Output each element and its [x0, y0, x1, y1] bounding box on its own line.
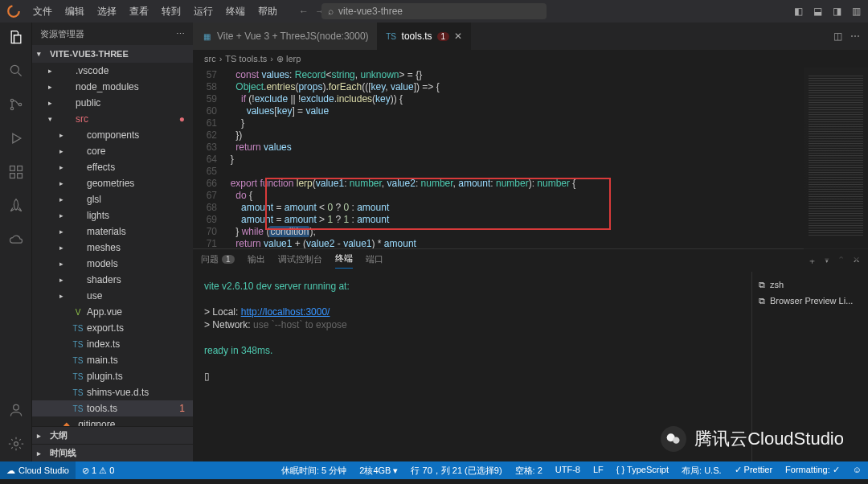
- nav-back-icon[interactable]: ←: [299, 6, 309, 17]
- code-content[interactable]: const values: Record<string, unknown> = …: [225, 68, 868, 248]
- status-item[interactable]: 空格: 2: [509, 465, 549, 477]
- tree-export.ts[interactable]: TSexport.ts: [32, 320, 193, 336]
- split-icon[interactable]: ◫: [833, 31, 842, 42]
- tree-src[interactable]: ▾src●: [32, 111, 193, 127]
- minimap[interactable]: [804, 68, 868, 260]
- term-zsh[interactable]: ⧉zsh: [759, 277, 862, 293]
- tree-plugin.ts[interactable]: TSplugin.ts: [32, 368, 193, 384]
- layout-bottom-icon[interactable]: ⬓: [812, 6, 823, 17]
- tree-.vscode[interactable]: ▸.vscode: [32, 63, 193, 79]
- status-item[interactable]: Formatting: ✓: [779, 465, 846, 475]
- debug-icon[interactable]: [6, 129, 26, 148]
- status-item[interactable]: ☺: [846, 465, 868, 474]
- svg-rect-8: [17, 166, 22, 171]
- panel-tab-输出[interactable]: 输出: [248, 253, 265, 269]
- svg-point-10: [14, 442, 18, 446]
- code-editor[interactable]: 5758596061626364656667686970717273747576…: [193, 68, 868, 248]
- tree-use[interactable]: ▸use: [32, 288, 193, 304]
- status-item[interactable]: ✓ Prettier: [728, 465, 780, 475]
- explorer-icon[interactable]: [6, 27, 26, 47]
- svg-point-9: [13, 404, 18, 410]
- menu-选择[interactable]: 选择: [92, 2, 122, 22]
- crumb-tools.ts[interactable]: TS tools.ts: [225, 54, 267, 64]
- more-icon[interactable]: ⋯: [176, 29, 185, 39]
- search-text: vite-vue3-three: [338, 6, 403, 17]
- scm-icon[interactable]: [6, 95, 26, 114]
- svg-rect-5: [10, 166, 14, 171]
- tree-effects[interactable]: ▸effects: [32, 159, 193, 175]
- tree-tools.ts[interactable]: TStools.ts1: [32, 400, 193, 416]
- status-item[interactable]: LF: [587, 465, 610, 474]
- tree-App.vue[interactable]: VApp.vue: [32, 304, 193, 320]
- file-icon: TS: [72, 404, 84, 413]
- tree-node_modules[interactable]: ▸node_modules: [32, 79, 193, 95]
- tab-Vite + Vue 3 + ThreeJS(node:3000)[interactable]: ▦Vite + Vue 3 + ThreeJS(node:3000): [193, 23, 378, 50]
- cloud-icon[interactable]: [6, 230, 26, 249]
- terminal-output[interactable]: vite v2.6.10 dev server running at: > Lo…: [193, 272, 751, 461]
- status-item[interactable]: 2核4GB ▾: [353, 465, 404, 477]
- tree-main.ts[interactable]: TSmain.ts: [32, 352, 193, 368]
- tree-geometries[interactable]: ▸geometries: [32, 175, 193, 191]
- menu-查看[interactable]: 查看: [124, 2, 154, 22]
- tree-models[interactable]: ▸models: [32, 256, 193, 272]
- tab-actions: ◫ ⋯: [833, 23, 868, 50]
- panel-tab-调试控制台[interactable]: 调试控制台: [278, 253, 322, 269]
- menu-帮助[interactable]: 帮助: [252, 2, 283, 22]
- breadcrumb[interactable]: src›TS tools.ts›⊕ lerp: [193, 50, 868, 68]
- more-icon[interactable]: ⋯: [850, 31, 860, 42]
- layout-right-icon[interactable]: ◨: [831, 6, 842, 17]
- file-icon: TS: [72, 324, 84, 333]
- status-item[interactable]: 行 70，列 21 (已选择9): [404, 465, 508, 477]
- tree-materials[interactable]: ▸materials: [32, 224, 193, 240]
- problems-count[interactable]: ⊘ 1 ⚠ 0: [76, 461, 121, 479]
- extensions-icon[interactable]: [6, 162, 26, 182]
- titlebar: 文件编辑选择查看转到运行终端帮助 ← → ⌕ vite-vue3-three ◧…: [0, 0, 868, 23]
- account-icon[interactable]: [6, 400, 26, 420]
- tree-public[interactable]: ▸public: [32, 95, 193, 111]
- panel-tab-端口[interactable]: 端口: [366, 253, 383, 269]
- layout-left-icon[interactable]: ◧: [792, 6, 804, 17]
- panel-tab-终端[interactable]: 终端: [335, 252, 353, 269]
- status-item[interactable]: 休眠时间: 5 分钟: [275, 465, 353, 477]
- status-item[interactable]: UTF-8: [549, 465, 587, 474]
- search-icon[interactable]: [6, 61, 26, 80]
- file-icon: ▦: [201, 32, 212, 41]
- tree-lights[interactable]: ▸lights: [32, 207, 193, 224]
- layout-custom-icon[interactable]: ▥: [850, 6, 862, 17]
- tree-.gitignore[interactable]: ◆.gitignore: [32, 416, 193, 426]
- menu-运行[interactable]: 运行: [188, 2, 219, 22]
- menu-文件[interactable]: 文件: [27, 2, 58, 22]
- term-Browser Preview Li...[interactable]: ⧉Browser Preview Li...: [759, 293, 862, 309]
- status-item[interactable]: 布局: U.S.: [675, 465, 728, 477]
- section-大纲[interactable]: ▸大纲: [32, 426, 193, 444]
- svg-point-0: [8, 6, 19, 17]
- app-logo: [6, 4, 21, 18]
- cloud-studio-badge[interactable]: ☁ Cloud Studio: [0, 461, 76, 479]
- section-时间线[interactable]: ▸时间线: [32, 444, 193, 461]
- tree-core[interactable]: ▸core: [32, 143, 193, 159]
- tree-components[interactable]: ▸components: [32, 127, 193, 143]
- command-center[interactable]: ⌕ vite-vue3-three: [321, 3, 547, 19]
- file-icon: TS: [72, 388, 84, 397]
- tree-shims-vue.d.ts[interactable]: TSshims-vue.d.ts: [32, 384, 193, 400]
- project-title[interactable]: ▾VITE-VUE3-THREE: [32, 45, 193, 63]
- sidebar-title: 资源管理器: [40, 28, 84, 40]
- menu-编辑[interactable]: 编辑: [59, 2, 90, 22]
- close-icon[interactable]: ✕: [454, 31, 462, 42]
- gear-icon[interactable]: [6, 434, 26, 453]
- panel-tab-问题[interactable]: 问题1: [201, 253, 235, 269]
- tree-shaders[interactable]: ▸shaders: [32, 272, 193, 288]
- menu-转到[interactable]: 转到: [156, 2, 186, 22]
- tree-glsl[interactable]: ▸glsl: [32, 191, 193, 207]
- crumb-src[interactable]: src: [204, 54, 216, 64]
- tab-tools.ts[interactable]: TStools.ts1✕: [378, 23, 472, 50]
- svg-point-2: [10, 99, 13, 101]
- status-item[interactable]: { } TypeScript: [610, 465, 675, 474]
- local-url[interactable]: http://localhost:3000/: [241, 306, 330, 318]
- file-icon: ◆: [61, 420, 72, 427]
- tree-index.ts[interactable]: TSindex.ts: [32, 336, 193, 352]
- tree-meshes[interactable]: ▸meshes: [32, 240, 193, 256]
- menu-终端[interactable]: 终端: [220, 2, 251, 22]
- rocket-icon[interactable]: [6, 196, 26, 215]
- crumb-lerp[interactable]: ⊕ lerp: [276, 54, 301, 64]
